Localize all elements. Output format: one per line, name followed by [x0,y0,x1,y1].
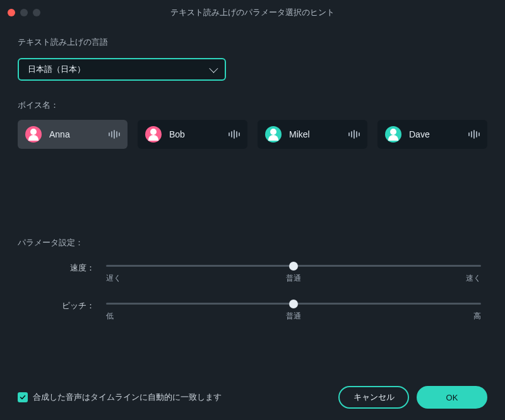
check-icon [20,394,26,400]
voice-option-anna[interactable]: Anna [18,120,128,149]
params-label: パラメータ設定： [18,237,487,248]
language-select[interactable]: 日本語（日本） [18,58,226,81]
pitch-mark-low: 低 [106,311,114,322]
footer: 合成した音声はタイムラインに自動的に一致します キャンセル OK [0,375,505,420]
speed-slider[interactable] [106,265,481,267]
avatar-icon [25,126,42,143]
speed-mark-mid: 普通 [286,273,301,284]
voice-option-bob[interactable]: Bob [138,120,247,149]
audio-wave-icon [109,130,120,139]
auto-align-checkbox[interactable] [18,392,28,402]
pitch-slider[interactable] [106,303,481,305]
audio-wave-icon [229,130,240,139]
ok-button[interactable]: OK [417,386,487,409]
titlebar: テキスト読み上げのパラメータ選択のヒント [0,0,505,25]
voice-name: Mikel [289,129,341,139]
speed-label: 速度： [18,262,106,274]
voice-options: AnnaBobMikelDave [18,120,487,149]
avatar-icon [265,126,282,143]
maximize-icon[interactable] [33,9,40,16]
cancel-button[interactable]: キャンセル [338,386,409,409]
audio-wave-icon [468,130,480,139]
window-title: テキスト読み上げのパラメータ選択のヒント [0,7,505,18]
speed-marks: 遅く 普通 速く [106,273,481,284]
voice-option-dave[interactable]: Dave [377,120,487,149]
pitch-slider-thumb[interactable] [289,300,298,308]
ok-button-label: OK [446,393,458,402]
voice-name: Bob [169,129,221,139]
auto-align-label: 合成した音声はタイムラインに自動的に一致します [33,392,222,403]
voice-name: Dave [409,129,461,139]
speed-slider-thumb[interactable] [289,262,298,271]
close-icon[interactable] [8,9,15,16]
speed-mark-high: 速く [466,273,481,284]
voice-option-mikel[interactable]: Mikel [258,120,367,149]
avatar-icon [145,126,162,143]
language-selected-value: 日本語（日本） [28,64,85,75]
minimize-icon[interactable] [20,9,28,16]
pitch-label: ピッチ： [18,300,106,312]
pitch-row: ピッチ： 低 普通 高 [18,300,487,322]
pitch-mark-mid: 普通 [286,311,301,322]
audio-wave-icon [348,130,360,139]
voice-name: Anna [49,129,101,139]
window-controls [8,9,40,16]
pitch-mark-high: 高 [473,311,481,322]
avatar-icon [385,126,401,143]
language-label: テキスト読み上げの言語 [18,37,487,48]
cancel-button-label: キャンセル [354,392,395,403]
speed-mark-low: 遅く [106,273,121,284]
voice-label: ボイス名： [18,100,487,111]
speed-row: 速度： 遅く 普通 速く [18,262,487,284]
pitch-marks: 低 普通 高 [106,311,481,322]
chevron-down-icon [209,64,218,73]
